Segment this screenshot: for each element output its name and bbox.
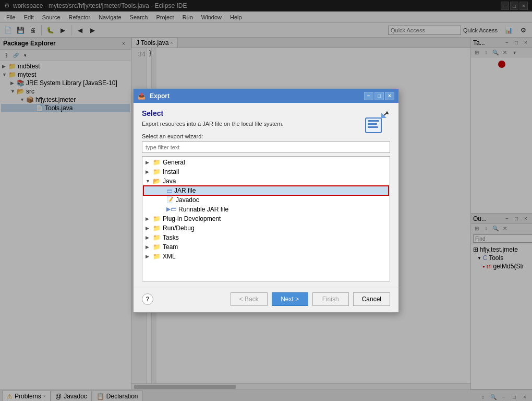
dtree-javadoc[interactable]: ▶ 📝 Javadoc (143, 195, 389, 205)
arrow-java: ▼ (146, 179, 153, 184)
back-label: < Back (239, 296, 259, 303)
export-dialog: 📤 Export − □ × (133, 89, 399, 313)
label-general: General (163, 159, 185, 166)
label-team: Team (163, 243, 178, 251)
label-xml: XML (163, 253, 176, 260)
dialog-overlay: 📤 Export − □ × (0, 0, 532, 401)
help-icon: ? (146, 296, 149, 303)
arrow-general: ▶ (146, 160, 153, 165)
jar-file-icon: 🗃 (166, 187, 172, 194)
folder-icon-general: 📁 (153, 159, 161, 166)
dialog-close-btn[interactable]: × (385, 92, 394, 100)
next-button[interactable]: Next > (272, 292, 308, 306)
next-label: Next > (281, 296, 299, 303)
dialog-title-label: Export (150, 92, 170, 100)
arrow-team: ▶ (146, 244, 153, 250)
dialog-filter-input[interactable] (142, 141, 390, 153)
svg-rect-3 (368, 126, 378, 128)
finish-label: Finish (322, 296, 339, 303)
dialog-heading: Select (142, 109, 390, 117)
dtree-tasks[interactable]: ▶ 📁 Tasks (143, 233, 389, 242)
dialog-tree[interactable]: ▶ 📁 General ▶ 📁 Install ▼ 📂 Java (142, 156, 390, 281)
javadoc-icon: 📝 (166, 196, 174, 203)
label-run-debug: Run/Debug (163, 225, 195, 232)
dtree-plugin[interactable]: ▶ 📁 Plug-in Development (143, 214, 389, 223)
label-install: Install (163, 168, 179, 175)
svg-rect-1 (368, 120, 379, 122)
label-javadoc: Javadoc (176, 196, 199, 204)
folder-icon-java: 📂 (153, 178, 161, 185)
folder-icon-install: 📁 (153, 168, 161, 175)
export-dialog-icon: 📤 (138, 92, 146, 100)
arrow-xml: ▶ (146, 254, 153, 259)
runnable-jar-icon: ▶🗃 (166, 206, 176, 213)
folder-icon-run-debug: 📁 (153, 225, 161, 232)
label-runnable-jar: Runnable JAR file (178, 206, 228, 213)
label-java: Java (163, 178, 176, 185)
dialog-desc: Export resources into a JAR file on the … (142, 121, 390, 127)
dialog-help-btn[interactable]: ? (142, 293, 153, 305)
cancel-label: Cancel (362, 296, 381, 303)
label-plugin: Plug-in Development (163, 215, 221, 222)
dtree-jar-file[interactable]: ▶ 🗃 JAR file (143, 186, 389, 195)
dialog-footer: ? < Back Next > Finish Cancel (134, 288, 398, 312)
arrow-tasks: ▶ (146, 235, 153, 240)
dtree-general[interactable]: ▶ 📁 General (143, 158, 389, 167)
folder-icon-team: 📁 (153, 243, 161, 251)
cancel-button[interactable]: Cancel (353, 292, 390, 306)
dialog-header-icon (361, 109, 390, 138)
dtree-xml[interactable]: ▶ 📁 XML (143, 252, 389, 261)
dialog-title-controls: − □ × (364, 92, 394, 100)
dialog-title-left: 📤 Export (138, 92, 170, 100)
dtree-java[interactable]: ▼ 📂 Java (143, 176, 389, 186)
dtree-team[interactable]: ▶ 📁 Team (143, 242, 389, 252)
folder-icon-xml: 📁 (153, 253, 161, 260)
dialog-buttons: < Back Next > Finish Cancel (231, 292, 390, 306)
arrow-install: ▶ (146, 169, 153, 174)
label-tasks: Tasks (163, 234, 179, 241)
back-button[interactable]: < Back (231, 292, 268, 306)
wizard-label: Select an export wizard: (142, 133, 390, 139)
dialog-title-bar: 📤 Export − □ × (134, 89, 398, 103)
dialog-content: Select Export resources into a JAR file … (134, 103, 398, 288)
svg-rect-2 (368, 123, 377, 125)
arrow-run-debug: ▶ (146, 226, 153, 231)
folder-icon-tasks: 📁 (153, 234, 161, 241)
arrow-plugin: ▶ (146, 216, 153, 221)
dialog-maximize-btn[interactable]: □ (374, 92, 384, 100)
dtree-run-debug[interactable]: ▶ 📁 Run/Debug (143, 223, 389, 233)
dtree-install[interactable]: ▶ 📁 Install (143, 167, 389, 176)
label-jar-file: JAR file (174, 187, 196, 194)
finish-button[interactable]: Finish (312, 292, 349, 306)
export-icon-svg (363, 110, 389, 136)
folder-icon-plugin: 📁 (153, 215, 161, 222)
dialog-minimize-btn[interactable]: − (364, 92, 373, 100)
dtree-runnable-jar[interactable]: ▶ ▶🗃 Runnable JAR file (143, 205, 389, 214)
